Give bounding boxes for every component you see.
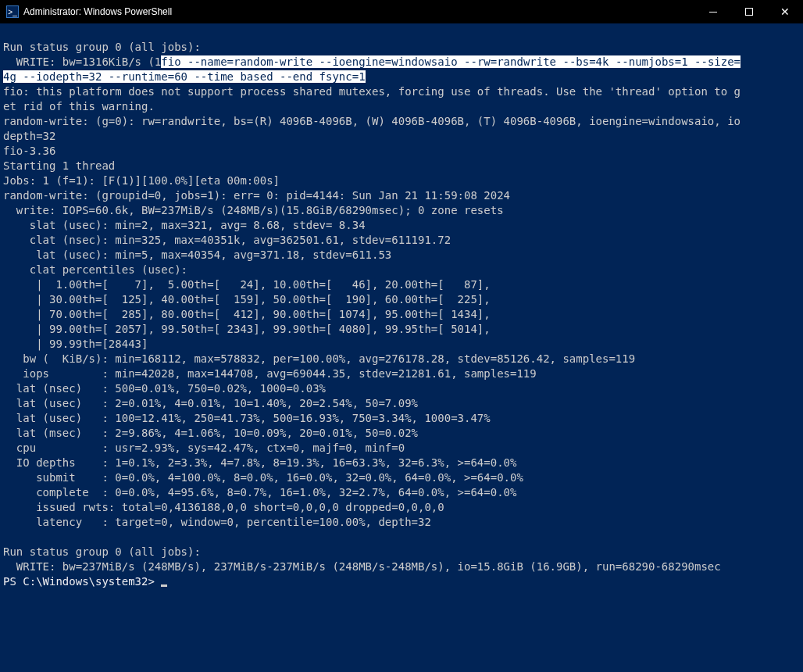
- window-title: Administrator: Windows PowerShell: [23, 5, 695, 20]
- output-line: slat (usec): min=2, max=321, avg= 8.68, …: [3, 219, 366, 231]
- output-line: | 1.00th=[ 7], 5.00th=[ 24], 10.00th=[ 4…: [3, 278, 491, 291]
- output-line: Starting 1 thread: [3, 159, 115, 172]
- window-controls: ✕: [695, 0, 803, 23]
- output-line: random-write: (g=0): rw=randwrite, bs=(R…: [3, 115, 741, 127]
- powershell-icon: >_: [6, 5, 19, 18]
- output-line: lat (nsec) : 500=0.01%, 750=0.02%, 1000=…: [3, 382, 326, 395]
- output-line: | 99.00th=[ 2057], 99.50th=[ 2343], 99.9…: [3, 323, 491, 335]
- output-line: WRITE: bw=237MiB/s (248MB/s), 237MiB/s-2…: [3, 560, 721, 573]
- output-line: issued rwts: total=0,4136188,0,0 short=0…: [3, 501, 444, 513]
- close-button[interactable]: ✕: [767, 0, 803, 23]
- output-line: WRITE: bw=1316KiB/s (1: [3, 55, 161, 68]
- output-line: complete : 0=0.0%, 4=95.6%, 8=0.7%, 16=1…: [3, 486, 516, 499]
- output-line: submit : 0=0.0%, 4=100.0%, 8=0.0%, 16=0.…: [3, 471, 523, 484]
- output-line: fio-3.36: [3, 145, 55, 157]
- minimize-button[interactable]: [695, 0, 731, 23]
- output-line: random-write: (groupid=0, jobs=1): err= …: [3, 189, 510, 202]
- output-line: iops : min=42028, max=144708, avg=69044.…: [3, 367, 537, 380]
- output-line: cpu : usr=2.93%, sys=42.47%, ctx=0, majf…: [3, 441, 405, 454]
- cursor: [161, 584, 167, 587]
- output-line: et rid of this warning.: [3, 100, 155, 113]
- output-line: | 70.00th=[ 285], 80.00th=[ 412], 90.00t…: [3, 308, 491, 320]
- highlighted-command: fio --name=random-write --ioengine=windo…: [161, 55, 741, 68]
- terminal-content[interactable]: Run status group 0 (all jobs): WRITE: bw…: [0, 23, 803, 592]
- output-line: | 99.99th=[28443]: [3, 338, 148, 350]
- output-line: | 30.00th=[ 125], 40.00th=[ 159], 50.00t…: [3, 293, 491, 306]
- output-line: Run status group 0 (all jobs):: [3, 41, 201, 53]
- highlighted-command: 4g --iodepth=32 --runtime=60 --time_base…: [3, 70, 366, 83]
- output-line: clat (nsec): min=325, max=40351k, avg=36…: [3, 234, 451, 246]
- output-line: fio: this platform does not support proc…: [3, 85, 741, 98]
- output-line: write: IOPS=60.6k, BW=237MiB/s (248MB/s)…: [3, 204, 504, 216]
- output-line: depth=32: [3, 130, 55, 142]
- output-line: IO depths : 1=0.1%, 2=3.3%, 4=7.8%, 8=19…: [3, 456, 516, 469]
- output-line: lat (usec) : 2=0.01%, 4=0.01%, 10=1.40%,…: [3, 397, 418, 409]
- output-line: Jobs: 1 (f=1): [F(1)][100.0%][eta 00m:00…: [3, 174, 280, 187]
- output-line: lat (msec) : 2=9.86%, 4=1.06%, 10=0.09%,…: [3, 427, 418, 439]
- output-line: lat (usec) : 100=12.41%, 250=41.73%, 500…: [3, 412, 491, 424]
- output-line: Run status group 0 (all jobs):: [3, 545, 201, 558]
- output-line: lat (usec): min=5, max=40354, avg=371.18…: [3, 248, 391, 261]
- output-line: bw ( KiB/s): min=168112, max=578832, per…: [3, 352, 635, 365]
- output-line: clat percentiles (usec):: [3, 263, 187, 276]
- output-line: latency : target=0, window=0, percentile…: [3, 516, 431, 528]
- titlebar[interactable]: >_ Administrator: Windows PowerShell ✕: [0, 0, 803, 23]
- prompt: PS C:\Windows\system32>: [3, 575, 161, 588]
- maximize-button[interactable]: [731, 0, 767, 23]
